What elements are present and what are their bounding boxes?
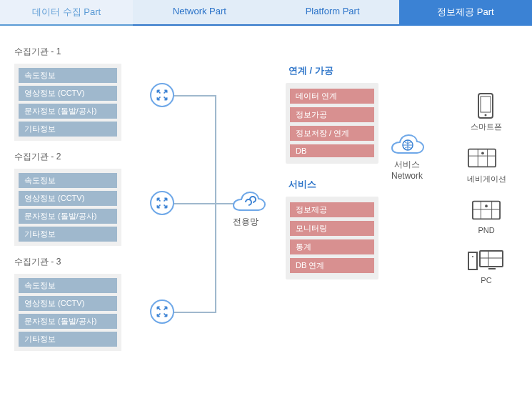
pnd-icon — [471, 197, 501, 223]
collection-item: 영상정보 (CCTV) — [19, 86, 117, 101]
connector-line — [172, 312, 216, 313]
svg-rect-19 — [488, 268, 496, 269]
collection-item: 문자정보 (돌발/공사) — [19, 104, 117, 119]
device-smartphone: 스마트폰 — [471, 93, 502, 132]
connector-line — [172, 95, 216, 96]
service-network-cloud-icon — [390, 133, 426, 157]
header-platform: Platform Part — [266, 0, 399, 26]
device-label: PC — [467, 276, 506, 284]
svg-rect-2 — [481, 96, 491, 112]
platform-item: DB 연계 — [290, 258, 374, 273]
platform-item: 정보저장 / 연계 — [290, 126, 374, 141]
connector-line — [172, 203, 216, 204]
collection-item: 기타정보 — [19, 332, 117, 347]
linkage-box: 데이터 연계 정보가공 정보저장 / 연계 DB — [286, 83, 378, 164]
header-row: 데이터 수집 Part Network Part Platform Part 정… — [0, 0, 532, 26]
pc-icon — [467, 247, 506, 273]
service-box: 정보제공 모니터링 통계 DB 연계 — [286, 197, 378, 279]
network-node-icon — [150, 300, 174, 324]
device-navigation: 네비게이션 — [467, 145, 506, 184]
device-pnd: PND — [471, 197, 501, 234]
navigation-icon — [467, 145, 497, 171]
svg-rect-14 — [468, 252, 477, 269]
header-data-collection: 데이터 수집 Part — [0, 0, 133, 26]
collection-group-title: 수집기관 - 2 — [14, 151, 126, 163]
dedicated-network-label: 전용망 — [233, 216, 259, 228]
device-label: 네비게이션 — [467, 174, 506, 184]
platform-item: 정보제공 — [290, 202, 374, 217]
network-node-icon — [150, 83, 174, 107]
collection-item: 영상정보 (CCTV) — [19, 296, 117, 311]
dedicated-network-cloud-icon — [231, 190, 267, 214]
smartphone-icon — [471, 93, 501, 119]
devices-column: 서비스Network 스마트폰 네비게이션 PND — [398, 29, 531, 396]
platform-item: 정보가공 — [290, 107, 374, 122]
collection-item: 문자정보 (돌발/공사) — [19, 314, 117, 329]
platform-item: 모니터링 — [290, 221, 374, 236]
collection-column: 수집기관 - 1 속도정보 영상정보 (CCTV) 문자정보 (돌발/공사) 기… — [0, 29, 133, 396]
svg-point-8 — [481, 152, 484, 154]
network-column: 전용망 — [133, 29, 266, 396]
header-info-provide: 정보제공 Part — [399, 0, 532, 26]
service-network-label: 서비스Network — [391, 159, 423, 181]
collection-item: 속도정보 — [19, 278, 117, 293]
svg-rect-9 — [473, 202, 500, 219]
collection-item: 문자정보 (돌발/공사) — [19, 209, 117, 224]
device-label: 스마트폰 — [471, 122, 502, 132]
svg-point-3 — [485, 114, 487, 117]
collection-group-title: 수집기관 - 1 — [14, 46, 126, 58]
collection-group-title: 수집기관 - 3 — [14, 256, 126, 268]
svg-rect-4 — [468, 149, 495, 167]
device-pc: PC — [467, 247, 506, 284]
platform-item: DB — [290, 144, 374, 157]
platform-item: 통계 — [290, 239, 374, 254]
collection-group-box: 속도정보 영상정보 (CCTV) 문자정보 (돌발/공사) 기타정보 — [14, 169, 121, 246]
svg-point-15 — [472, 256, 473, 257]
network-node-icon — [150, 191, 174, 215]
collection-item: 속도정보 — [19, 68, 117, 83]
header-network: Network Part — [133, 0, 266, 26]
collection-item: 기타정보 — [19, 122, 117, 137]
service-title: 서비스 — [288, 178, 398, 191]
platform-item: 데이터 연계 — [290, 89, 374, 104]
svg-rect-16 — [480, 251, 503, 267]
collection-item: 속도정보 — [19, 173, 117, 188]
svg-point-13 — [485, 204, 488, 207]
collection-group-box: 속도정보 영상정보 (CCTV) 문자정보 (돌발/공사) 기타정보 — [14, 274, 121, 351]
linkage-title: 연계 / 가공 — [288, 64, 398, 77]
platform-column: 연계 / 가공 데이터 연계 정보가공 정보저장 / 연계 DB 서비스 정보제… — [266, 29, 398, 396]
collection-item: 영상정보 (CCTV) — [19, 191, 117, 206]
collection-item: 기타정보 — [19, 227, 117, 242]
collection-group-box: 속도정보 영상정보 (CCTV) 문자정보 (돌발/공사) 기타정보 — [14, 64, 121, 141]
device-label: PND — [471, 226, 501, 234]
